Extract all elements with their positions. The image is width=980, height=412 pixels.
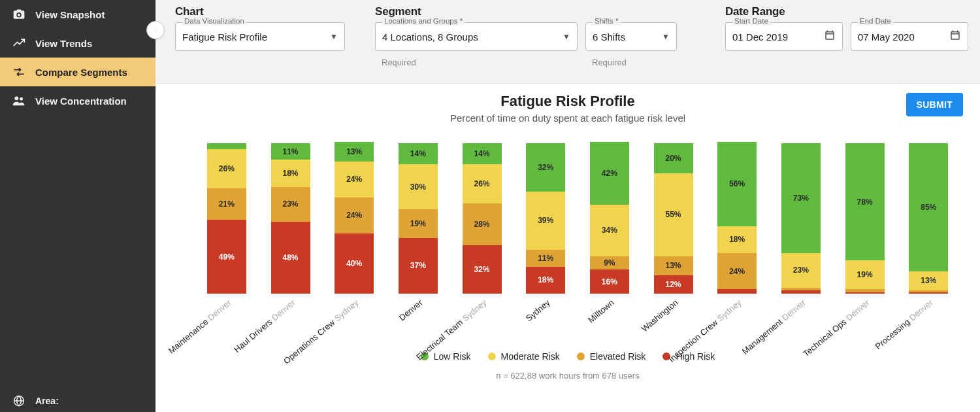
bar-segment-low: 32% — [526, 143, 565, 192]
chart-legend: Low Risk Moderate Risk Elevated Risk Hig… — [155, 351, 980, 362]
bar-segment-low — [207, 143, 246, 149]
x-label: Sydney — [514, 298, 578, 349]
chevron-down-icon: ▼ — [330, 32, 338, 41]
bar-segment-elevated: 19% — [399, 209, 438, 238]
bar-stack: 40%24%24%13% — [335, 142, 374, 294]
globe-icon — [12, 394, 26, 408]
calendar-icon — [949, 29, 961, 44]
bar-stack: 24%18%56% — [717, 142, 757, 294]
submit-button[interactable]: SUBMIT — [906, 93, 963, 116]
sidebar-collapse-button[interactable]: ‹ — [146, 21, 165, 39]
bar-segment-low: 14% — [463, 143, 502, 164]
bar-segment-high — [909, 292, 948, 294]
sidebar-area[interactable]: Area: — [0, 394, 155, 412]
bar-segment-low: 14% — [399, 143, 438, 164]
bar-segment-low: 85% — [909, 143, 948, 271]
bar-chart: 49%21%26%48%23%18%11%40%24%24%13%37%19%3… — [195, 143, 960, 294]
date-range-title: Date Range — [725, 5, 968, 18]
bar-segment-elevated: 21% — [207, 188, 246, 220]
chart-select[interactable]: Data Visualization Fatigue Risk Profile … — [175, 22, 345, 51]
people-icon — [12, 94, 26, 108]
shifts-select-label: Shifts * — [593, 17, 620, 25]
start-date-value: 01 Dec 2019 — [732, 31, 824, 43]
locations-required: Required — [375, 58, 578, 67]
shifts-required: Required — [585, 58, 677, 67]
bar-segment-high: 18% — [526, 267, 565, 294]
filter-bar: Chart Data Visualization Fatigue Risk Pr… — [155, 0, 980, 84]
end-date-value: 07 May 2020 — [858, 31, 949, 43]
bar-stack: 32%28%26%14% — [463, 143, 502, 294]
x-label: ProcessingDenver — [896, 298, 960, 349]
start-date-input[interactable]: Start Date 01 Dec 2019 — [725, 22, 843, 51]
bar-segment-high: 32% — [463, 245, 502, 294]
bar-segment-elevated: 23% — [271, 187, 310, 222]
legend-item-moderate: Moderate Risk — [488, 351, 560, 362]
sidebar-item-label: View Snapshot — [35, 9, 105, 20]
sidebar-item-compare[interactable]: Compare Segments — [0, 58, 155, 86]
x-label: Milltown — [578, 298, 642, 349]
calendar-icon — [824, 29, 836, 44]
bar-segment-elevated: 13% — [654, 256, 693, 276]
bar-segment-moderate: 34% — [590, 205, 629, 256]
bar-stack: 48%23%18%11% — [271, 143, 310, 294]
bar-segment-elevated: 24% — [717, 253, 757, 289]
sidebar: ‹ View Snapshot View Trends Compare Segm… — [0, 0, 155, 412]
bar-segment-elevated: 9% — [590, 256, 629, 270]
bar-segment-low: 11% — [271, 143, 310, 160]
chart-area: 49%21%26%48%23%18%11%40%24%24%13%37%19%3… — [195, 143, 960, 349]
sidebar-item-label: View Concentration — [35, 95, 127, 107]
sidebar-item-concentration[interactable]: View Concentration — [0, 86, 155, 115]
sidebar-item-trends[interactable]: View Trends — [0, 29, 155, 58]
main: Chart Data Visualization Fatigue Risk Pr… — [155, 0, 980, 412]
chart-footnote: n = 622,88 work hours from 678 users — [155, 371, 980, 381]
svg-point-2 — [14, 96, 18, 100]
bar-segment-low: 20% — [654, 143, 693, 173]
locations-select[interactable]: Locations and Groups * 4 Locations, 8 Gr… — [375, 22, 578, 51]
compare-icon — [12, 65, 26, 79]
sidebar-item-snapshot[interactable]: View Snapshot — [0, 0, 155, 29]
bar-segment-high — [845, 292, 885, 294]
shifts-select[interactable]: Shifts * 6 Shifts ▼ — [585, 22, 677, 51]
bar-segment-moderate: 18% — [271, 160, 310, 186]
bar-segment-moderate: 18% — [717, 226, 757, 253]
bar-segment-moderate: 26% — [463, 164, 502, 203]
bar-segment-high: 12% — [654, 275, 693, 294]
bar-column: 40%24%24%13% — [322, 142, 386, 294]
bar-segment-high: 40% — [335, 233, 374, 294]
bar-segment-moderate: 19% — [845, 260, 885, 289]
bar-stack: 23%73% — [781, 143, 821, 294]
sidebar-item-label: Compare Segments — [35, 67, 127, 78]
bar-segment-moderate: 30% — [399, 164, 438, 209]
bar-column: 37%19%30%14% — [386, 143, 450, 294]
end-date-input[interactable]: End Date 07 May 2020 — [851, 22, 968, 51]
bar-segment-moderate: 24% — [335, 162, 374, 197]
bar-segment-moderate: 55% — [654, 173, 693, 256]
chart-title: Fatigue Risk Profile — [155, 93, 980, 110]
bar-segment-moderate: 13% — [909, 271, 948, 291]
bar-segment-low: 78% — [845, 143, 885, 260]
x-label: Electrical TeamSydney — [450, 298, 514, 349]
bar-stack: 37%19%30%14% — [399, 143, 438, 294]
legend-item-elevated: Elevated Risk — [577, 351, 646, 362]
bar-column: 48%23%18%11% — [259, 143, 323, 294]
bar-stack: 19%78% — [845, 143, 885, 294]
bar-column: 32%28%26%14% — [450, 143, 514, 294]
camera-icon — [12, 7, 26, 22]
locations-select-label: Locations and Groups * — [382, 17, 465, 25]
bar-segment-moderate: 26% — [207, 149, 246, 188]
content: SUBMIT Fatigue Risk Profile Percent of t… — [155, 84, 980, 381]
sidebar-item-label: View Trends — [35, 38, 92, 49]
bar-stack: 18%11%39%32% — [526, 143, 565, 294]
end-date-label: End Date — [858, 17, 893, 25]
bar-segment-elevated: 11% — [526, 250, 565, 266]
x-label: Operations CrewSydney — [322, 298, 386, 349]
bar-segment-high: 48% — [271, 222, 310, 294]
segment-filter-title: Segment — [375, 5, 689, 18]
bar-column: 16%9%34%42% — [578, 142, 642, 294]
bar-column: 18%11%39%32% — [514, 143, 578, 294]
bar-segment-low: 13% — [335, 142, 374, 162]
bar-segment-high: 49% — [207, 220, 246, 294]
bar-segment-high — [781, 290, 821, 294]
bar-segment-low: 42% — [590, 142, 629, 205]
bar-stack: 12%13%55%20% — [654, 143, 693, 294]
